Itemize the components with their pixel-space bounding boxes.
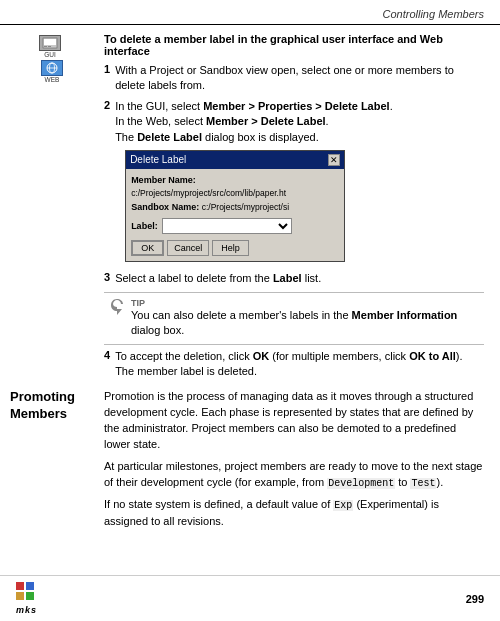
step-1: 1 With a Project or Sandbox view open, s… (104, 63, 484, 94)
step-2-bold3: Delete Label (137, 131, 202, 143)
promoting-title-line1: Promoting (10, 389, 75, 404)
step-2-bold1: Member > Properties > Delete Label (203, 100, 389, 112)
promoting-title: Promoting Members (10, 389, 94, 423)
logo-bottom-row (16, 592, 37, 600)
dialog-ok-button[interactable]: OK (131, 240, 164, 256)
logo-text-wrapper: mks (16, 603, 37, 615)
step-2-text5: The (115, 131, 137, 143)
gui-icon (39, 35, 61, 51)
step-4-bold1: OK (253, 350, 270, 362)
step-2-text3: In the Web, select (115, 115, 206, 127)
step-4-text4: The member label is deleted. (115, 365, 257, 377)
logo-dot-blue1 (26, 582, 34, 590)
step-1-text: With a Project or Sandbox view open, sel… (115, 63, 484, 94)
dialog-sandbox-row: Sandbox Name: c:/Projects/myproject/si (131, 201, 339, 214)
dialog-sandbox-value: c:/Projects/myproject/si (202, 202, 289, 212)
dialog-body: Member Name: c:/Projects/myproject/src/c… (126, 169, 344, 261)
promoting-para3: If no state system is defined, a default… (104, 497, 484, 529)
promoting-code2: Test (410, 478, 436, 489)
dialog-buttons: OK Cancel Help (131, 240, 339, 256)
step-3: 3 Select a label to delete from the Labe… (104, 271, 484, 286)
step-2-text6: dialog box is displayed. (202, 131, 319, 143)
web-icon (41, 60, 63, 76)
tip-label: TIP (131, 298, 480, 308)
gui-web-icon-group: GUI WEB (39, 35, 65, 387)
dialog-close-button[interactable]: ✕ (328, 154, 340, 166)
dialog-titlebar: Delete Label ✕ (126, 151, 344, 169)
step-4-bold2: OK to All (409, 350, 456, 362)
section-heading: To delete a member label in the graphica… (104, 33, 484, 57)
step-3-content: Select a label to delete from the Label … (115, 271, 321, 286)
tip-icon (108, 297, 126, 319)
dialog-sandbox-label: Sandbox Name: (131, 202, 199, 212)
promoting-code1: Development (327, 478, 395, 489)
tip-box: TIP You can also delete a member's label… (104, 292, 484, 345)
step-2-content: In the GUI, select Member > Properties >… (115, 99, 393, 268)
step-3-bold: Label (273, 272, 302, 284)
promoting-para1: Promotion is the process of managing dat… (104, 389, 484, 453)
step-2-num: 2 (104, 99, 110, 268)
logo-dot-yellow (16, 592, 24, 600)
dialog-cancel-button[interactable]: Cancel (167, 240, 209, 256)
header-title: Controlling Members (383, 8, 484, 20)
footer-logo: mks (16, 582, 37, 615)
icon-column: GUI WEB (0, 25, 100, 387)
gui-icon-wrapper: GUI (39, 35, 61, 58)
promoting-para2: At particular milestones, project member… (104, 459, 484, 491)
tip-icon-wrapper (108, 297, 126, 321)
dialog-member-value: c:/Projects/myproject/src/com/lib/paper.… (131, 188, 286, 198)
promoting-section: Promoting Members Promotion is the proce… (0, 389, 500, 575)
step-3-num: 3 (104, 271, 110, 286)
svg-rect-1 (44, 39, 56, 45)
step-2-bold2: Member > Delete Label (206, 115, 326, 127)
logo-text: mks (16, 605, 37, 615)
dialog-member-label: Member Name: (131, 175, 196, 185)
step-2-text2: . (390, 100, 393, 112)
gui-label: GUI (44, 51, 56, 58)
upper-section: GUI WEB To delete a member label (0, 25, 500, 387)
promoting-title-line2: Members (10, 406, 67, 421)
step-2: 2 In the GUI, select Member > Properties… (104, 99, 484, 268)
dialog-label-row: Label: (131, 218, 339, 234)
page-footer: mks 299 (0, 575, 500, 621)
promoting-content: Promotion is the process of managing dat… (100, 389, 500, 575)
step-4-text2: (for multiple members, click (269, 350, 409, 362)
web-icon-wrapper: WEB (41, 60, 63, 83)
page-number: 299 (466, 593, 484, 605)
dialog-member-row: Member Name: c:/Projects/myproject/src/c… (131, 174, 339, 199)
page-header: Controlling Members (0, 0, 500, 25)
step-1-num: 1 (104, 63, 110, 94)
step-2-text1: In the GUI, select (115, 100, 203, 112)
web-label: WEB (45, 76, 60, 83)
promoting-sidebar: Promoting Members (0, 389, 100, 575)
dialog-help-button[interactable]: Help (212, 240, 249, 256)
step-4-text1: To accept the deletion, click (115, 350, 253, 362)
logo-top-row (16, 582, 37, 590)
svg-rect-2 (44, 46, 47, 47)
dialog-label-input[interactable] (162, 218, 292, 234)
page-container: Controlling Members GUI (0, 0, 500, 621)
step-2-text4: . (326, 115, 329, 127)
step-4: 4 To accept the deletion, click OK (for … (104, 349, 484, 380)
logo-dot-red1 (16, 582, 24, 590)
dialog-title: Delete Label (130, 153, 186, 167)
step-4-content: To accept the deletion, click OK (for mu… (115, 349, 462, 380)
tip-bold: Member Information (352, 309, 458, 321)
promoting-code3: Exp (333, 500, 353, 511)
delete-label-dialog: Delete Label ✕ Member Name: c:/Projects/… (125, 150, 345, 262)
step-4-num: 4 (104, 349, 110, 380)
logo-dot-green (26, 592, 34, 600)
svg-rect-3 (48, 46, 51, 47)
dialog-label-field-label: Label: (131, 220, 158, 233)
tip-text: You can also delete a member's labels in… (131, 309, 457, 336)
step-4-text3: ). (456, 350, 463, 362)
tip-content: TIP You can also delete a member's label… (131, 298, 480, 339)
dialog-label-select[interactable] (163, 219, 291, 233)
content-column: To delete a member label in the graphica… (100, 25, 500, 387)
